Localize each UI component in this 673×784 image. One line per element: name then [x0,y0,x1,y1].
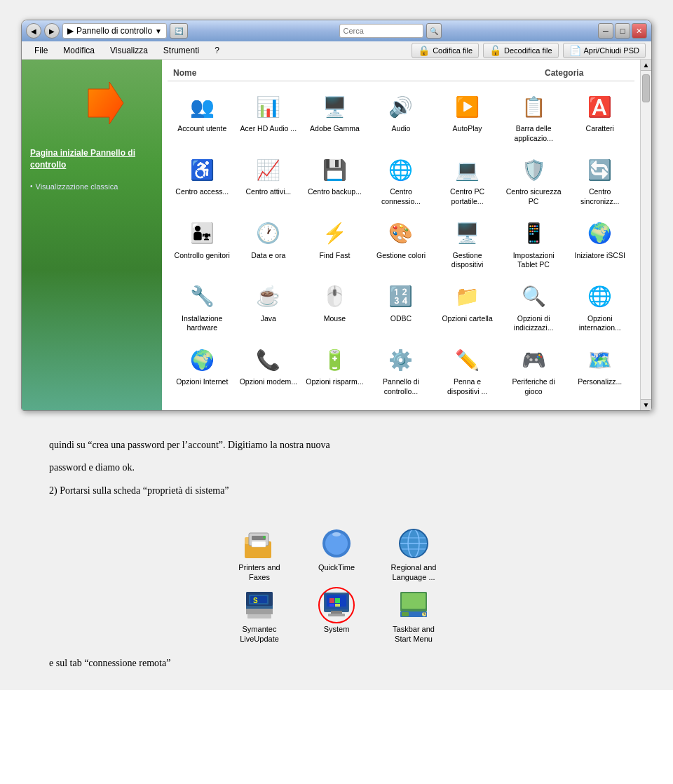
icon-label-14: Controllo genitori [175,251,230,261]
icon-item-21[interactable]: 🔧Installazione hardware [170,277,234,337]
icon-img-14: 👨‍👧 [186,218,217,249]
quicktime-icon-item[interactable]: QuickTime [305,527,368,583]
search-button[interactable]: 🔍 [426,23,442,39]
arrow-icon [81,82,130,124]
icon-item-8[interactable]: 📈Centro attivi... [237,150,301,210]
system-icon-item[interactable]: System [305,588,368,644]
system-icon [320,588,353,622]
icon-item-23[interactable]: 🖱️Mouse [303,277,367,337]
icon-label-30: Opzioni risparm... [306,377,363,387]
icon-item-22[interactable]: ☕Java [237,277,301,337]
minimize-button[interactable]: ─ [598,23,613,39]
icon-img-27: 🌐 [585,281,616,312]
icon-item-31[interactable]: ⚙️Pannello di controllo... [369,340,433,400]
icon-item-7[interactable]: ♿Centro access... [170,150,234,210]
scroll-down-button[interactable]: ▼ [641,399,651,410]
scroll-up-button[interactable]: ▲ [641,60,651,71]
icon-item-3[interactable]: 🔊Audio [369,87,433,147]
search-area: 🔍 [339,23,442,39]
icon-item-34[interactable]: 🗺️Personalizz... [568,340,632,400]
icon-label-32: Penna e dispositivi ... [438,377,496,396]
sidebar-secondary-label: Visualizzazione classica [36,182,118,191]
icon-img-1: 📊 [253,91,284,122]
printers-faxes-icon-item[interactable]: Printers andFaxes [228,527,291,583]
svg-rect-21 [246,609,273,614]
symantec-icon: S [243,588,276,622]
menu-file[interactable]: File [27,43,55,58]
regional-language-icon-item[interactable]: Regional and Language ... [382,527,445,583]
menu-visualizza[interactable]: Visualizza [103,43,155,58]
system-label: System [324,624,350,634]
scrollbar[interactable]: ▲ ▼ [640,60,651,410]
icon-item-19[interactable]: 📱Impostazioni Tablet PC [502,214,566,274]
back-button[interactable]: ◀ [26,23,41,39]
icon-item-17[interactable]: 🎨Gestione colori [369,214,433,274]
icon-item-18[interactable]: 🖥️Gestione dispositivi [435,214,499,274]
forward-button[interactable]: ▶ [44,23,60,39]
menu-help[interactable]: ? [208,43,226,58]
symantec-label: SymantecLiveUpdate [240,624,279,644]
menu-modifica[interactable]: Modifica [56,43,102,58]
address-icon: ▶ [67,26,74,36]
icon-item-4[interactable]: ▶️AutoPlay [435,87,499,147]
icon-item-28[interactable]: 🌍Opzioni Internet [170,340,234,400]
system-highlight-ring [318,587,355,623]
icon-item-29[interactable]: 📞Opzioni modem... [237,340,301,400]
icon-item-16[interactable]: ⚡Find Fast [303,214,367,274]
icon-item-1[interactable]: 📊Acer HD Audio ... [237,87,301,147]
svg-rect-26 [331,611,342,614]
icon-item-25[interactable]: 📁Opzioni cartella [435,277,499,337]
icon-img-20: 🌍 [585,218,616,249]
decodifica-button[interactable]: 🔓 Decodifica file [483,43,558,58]
icons-header: Nome Categoria [168,65,634,81]
close-button[interactable]: ✕ [632,23,647,39]
icon-item-5[interactable]: 📋Barra delle applicazio... [502,87,566,147]
symantec-icon-item[interactable]: S SymantecLiveUpdate [228,588,291,644]
codifica-button[interactable]: 🔒 Codifica file [412,43,479,58]
icon-item-32[interactable]: ✏️Penna e dispositivi ... [435,340,499,400]
icon-label-13: Centro sincronizz... [571,187,629,206]
icon-label-33: Periferiche di gioco [505,377,563,396]
search-input[interactable] [339,24,423,38]
icons-area: Nome Categoria 👥Account utente📊Acer HD A… [162,60,640,410]
icon-item-6[interactable]: 🅰️Caratteri [568,87,632,147]
maximize-button[interactable]: □ [615,23,630,39]
refresh-button[interactable]: 🔄 [170,23,188,39]
icon-label-26: Opzioni di indicizzazi... [505,314,563,333]
icon-item-0[interactable]: 👥Account utente [170,87,234,147]
icon-item-11[interactable]: 💻Centro PC portatile... [435,150,499,210]
icon-item-10[interactable]: 🌐Centro connessio... [369,150,433,210]
icon-item-12[interactable]: 🛡️Centro sicurezza PC [502,150,566,210]
printers-faxes-label: Printers andFaxes [238,562,280,583]
icon-item-26[interactable]: 🔍Opzioni di indicizzazi... [502,277,566,337]
icon-img-12: 🛡️ [518,154,549,185]
icon-item-2[interactable]: 🖥️Adobe Gamma [303,87,367,147]
icon-item-20[interactable]: 🌍Iniziatore iSCSI [568,214,632,274]
icon-item-9[interactable]: 💾Centro backup... [303,150,367,210]
sidebar-links: Pagina iniziale Pannello di controllo • … [30,147,154,191]
bottom-icons-section: Printers andFaxes QuickTime [21,520,652,651]
icon-img-25: 📁 [452,281,483,312]
icon-img-21: 🔧 [186,281,217,312]
sidebar-secondary-link[interactable]: • Visualizzazione classica [30,182,154,191]
icon-item-33[interactable]: 🎮Periferiche di gioco [502,340,566,400]
icon-item-24[interactable]: 🔢ODBC [369,277,433,337]
icon-item-15[interactable]: 🕐Data e ora [237,214,301,274]
scroll-track[interactable] [641,71,651,399]
title-bar-left: ◀ ▶ ▶ Pannello di controllo ▼ 🔄 [26,23,188,39]
icon-item-27[interactable]: 🌐Opzioni internazion... [568,277,632,337]
icon-item-30[interactable]: 🔋Opzioni risparm... [303,340,367,400]
icon-item-13[interactable]: 🔄Centro sincronizz... [568,150,632,210]
sidebar-main-link[interactable]: Pagina iniziale Pannello di controllo [30,147,154,171]
menu-strumenti[interactable]: Strumenti [156,43,206,58]
scroll-thumb[interactable] [642,74,650,102]
icon-img-0: 👥 [186,91,217,122]
icon-item-14[interactable]: 👨‍👧Controllo genitori [170,214,234,274]
icon-label-27: Opzioni internazion... [571,314,629,333]
taskbar-icon-item[interactable]: Taskbar andStart Menu [382,588,445,644]
apri-chiudi-button[interactable]: 📄 Apri/Chiudi PSD [563,43,646,58]
address-bar[interactable]: ▶ Pannello di controllo ▼ [62,23,167,39]
decodifica-icon: 🔓 [489,45,501,56]
icon-label-29: Opzioni modem... [240,377,297,387]
name-column-header: Nome [173,68,545,78]
